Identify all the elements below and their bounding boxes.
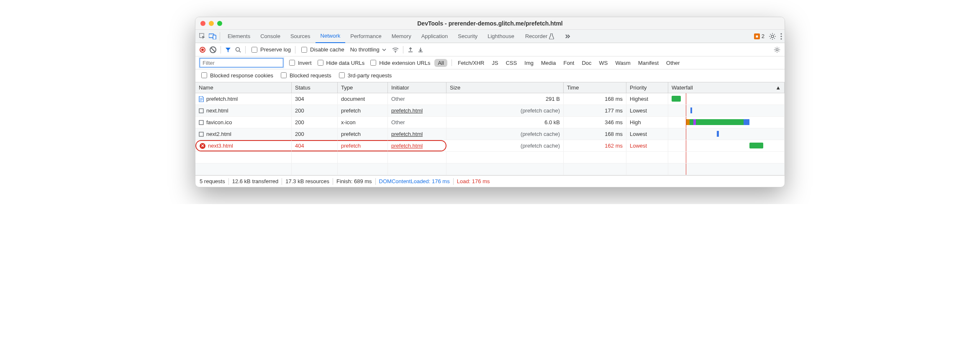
- svg-point-7: [236, 47, 240, 51]
- svg-rect-13: [199, 132, 203, 136]
- device-toolbar-icon[interactable]: [208, 32, 217, 41]
- panel-tabstrip: ElementsConsoleSourcesNetworkPerformance…: [195, 30, 785, 43]
- network-conditions-button[interactable]: [392, 47, 399, 53]
- sort-asc-icon: ▲: [775, 84, 781, 91]
- row-type: prefetch: [338, 140, 388, 151]
- chevron-down-icon: [382, 49, 386, 51]
- row-status: 200: [292, 105, 338, 116]
- filter-chip-manifest[interactable]: Manifest: [636, 59, 660, 67]
- table-row[interactable]: prefetch.html304documentOther291 B168 ms…: [195, 93, 785, 105]
- col-type[interactable]: Type: [338, 82, 388, 93]
- filter-chip-other[interactable]: Other: [664, 59, 682, 67]
- tab-console[interactable]: Console: [255, 30, 285, 43]
- preserve-log-checkbox[interactable]: Preserve log: [250, 46, 291, 54]
- status-finish: Finish: 689 ms: [336, 178, 372, 184]
- filter-bar-2: Blocked response cookies Blocked request…: [195, 69, 785, 82]
- network-settings-button[interactable]: [774, 46, 780, 53]
- settings-button[interactable]: [769, 33, 776, 40]
- disable-cache-label: Disable cache: [310, 46, 344, 53]
- col-priority[interactable]: Priority: [626, 82, 668, 93]
- col-time[interactable]: Time: [564, 82, 626, 93]
- upload-icon: [408, 47, 413, 53]
- record-button[interactable]: [200, 47, 205, 53]
- close-window-button[interactable]: [200, 21, 205, 26]
- search-button[interactable]: [235, 47, 241, 53]
- col-initiator[interactable]: Initiator: [388, 82, 446, 93]
- table-row[interactable]: next2.html200prefetchprefetch.html(prefe…: [195, 128, 785, 140]
- tab-network[interactable]: Network: [316, 30, 346, 43]
- third-party-label: 3rd-party requests: [348, 72, 392, 79]
- clear-button[interactable]: [210, 46, 216, 53]
- col-name[interactable]: Name: [195, 82, 292, 93]
- preserve-log-label: Preserve log: [260, 46, 291, 53]
- issues-button[interactable]: ■ 2: [754, 33, 765, 39]
- filter-chip-doc[interactable]: Doc: [580, 59, 593, 67]
- col-waterfall[interactable]: Waterfall▲: [668, 82, 785, 93]
- row-name: next3.html: [208, 143, 233, 149]
- inspect-element-icon[interactable]: [198, 32, 207, 41]
- table-row[interactable]: favicon.ico200x-iconOther6.0 kB346 msHig…: [195, 117, 785, 128]
- third-party-checkbox[interactable]: 3rd-party requests: [337, 71, 392, 79]
- tab-elements[interactable]: Elements: [223, 30, 255, 43]
- tab-application[interactable]: Application: [416, 30, 453, 43]
- row-initiator[interactable]: prefetch.html: [388, 128, 446, 140]
- filter-bar: Invert Hide data URLs Hide extension URL…: [195, 56, 785, 69]
- hide-extension-urls-checkbox[interactable]: Hide extension URLs: [369, 59, 430, 67]
- filter-toggle-button[interactable]: [225, 47, 231, 53]
- svg-line-8: [239, 51, 241, 52]
- tab-recorder[interactable]: Recorder: [520, 30, 559, 43]
- tab-performance[interactable]: Performance: [345, 30, 386, 43]
- export-har-button[interactable]: [408, 47, 413, 53]
- row-waterfall: [668, 140, 785, 151]
- blocked-requests-checkbox[interactable]: Blocked requests: [279, 71, 331, 79]
- filter-chip-img[interactable]: Img: [523, 59, 535, 67]
- blocked-cookies-checkbox[interactable]: Blocked response cookies: [200, 71, 273, 79]
- status-load: Load: 176 ms: [457, 178, 490, 184]
- row-initiator[interactable]: prefetch.html: [388, 140, 446, 151]
- divider: [452, 59, 452, 66]
- zoom-window-button[interactable]: [217, 21, 222, 26]
- more-tabs-button[interactable]: [560, 30, 576, 43]
- divider: [453, 178, 454, 185]
- row-initiator: Other: [388, 117, 446, 128]
- filter-chip-wasm[interactable]: Wasm: [614, 59, 632, 67]
- throttling-select[interactable]: No throttling: [349, 46, 388, 53]
- tab-sources[interactable]: Sources: [285, 30, 316, 43]
- row-initiator[interactable]: prefetch.html: [388, 105, 446, 116]
- kebab-menu-button[interactable]: [780, 33, 782, 40]
- filter-chip-ws[interactable]: WS: [598, 59, 610, 67]
- hide-data-urls-checkbox[interactable]: Hide data URLs: [316, 59, 365, 67]
- gear-icon: [774, 46, 780, 53]
- row-name: favicon.ico: [206, 119, 232, 125]
- tab-security[interactable]: Security: [453, 30, 482, 43]
- row-name: next2.html: [206, 131, 231, 137]
- tab-memory[interactable]: Memory: [387, 30, 416, 43]
- import-har-button[interactable]: [418, 47, 423, 53]
- filter-chip-all[interactable]: All: [434, 59, 447, 67]
- download-icon: [418, 47, 423, 53]
- row-time: 162 ms: [564, 140, 626, 151]
- disable-cache-checkbox[interactable]: Disable cache: [300, 46, 344, 54]
- row-priority: Highest: [626, 93, 668, 105]
- table-row[interactable]: ✕next3.html404prefetchprefetch.html(pref…: [195, 140, 785, 152]
- filter-chip-css[interactable]: CSS: [504, 59, 519, 67]
- table-row[interactable]: next.html200prefetchprefetch.html(prefet…: [195, 105, 785, 117]
- status-requests: 5 requests: [200, 178, 225, 184]
- minimize-window-button[interactable]: [209, 21, 214, 26]
- network-table: Name Status Type Initiator Size Time Pri…: [195, 82, 785, 175]
- divider: [282, 178, 282, 185]
- invert-checkbox[interactable]: Invert: [287, 59, 312, 67]
- filter-chip-js[interactable]: JS: [490, 59, 500, 67]
- divider: [403, 46, 403, 54]
- svg-point-5: [780, 36, 782, 37]
- filter-input[interactable]: [200, 58, 283, 67]
- row-time: 168 ms: [564, 128, 626, 140]
- col-size[interactable]: Size: [446, 82, 564, 93]
- filter-chip-fetchxhr[interactable]: Fetch/XHR: [456, 59, 486, 67]
- col-status[interactable]: Status: [292, 82, 338, 93]
- tab-lighthouse[interactable]: Lighthouse: [482, 30, 519, 43]
- filter-chip-media[interactable]: Media: [539, 59, 557, 67]
- filter-chip-font[interactable]: Font: [562, 59, 576, 67]
- svg-rect-11: [199, 109, 203, 113]
- funnel-icon: [225, 47, 231, 53]
